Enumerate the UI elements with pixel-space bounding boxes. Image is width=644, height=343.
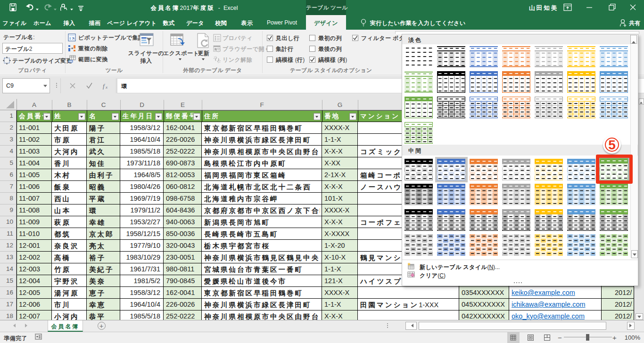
svg-text:x: x	[105, 85, 107, 90]
